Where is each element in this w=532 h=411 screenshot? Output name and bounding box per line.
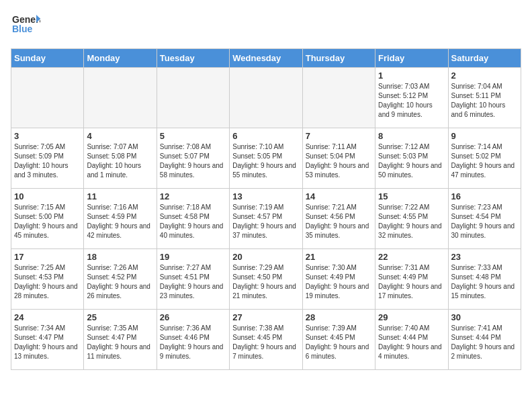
day-number: 29 (378, 312, 445, 322)
weekday-header: Sunday (11, 49, 84, 68)
calendar-cell: 14Sunrise: 7:21 AM Sunset: 4:56 PM Dayli… (302, 189, 375, 249)
day-info: Sunrise: 7:23 AM Sunset: 4:54 PM Dayligh… (451, 203, 518, 240)
day-number: 28 (306, 312, 372, 322)
weekday-header: Friday (375, 49, 448, 68)
calendar-cell: 10Sunrise: 7:15 AM Sunset: 5:00 PM Dayli… (11, 189, 84, 249)
calendar-cell (11, 68, 84, 128)
day-number: 25 (87, 312, 153, 322)
calendar-cell: 21Sunrise: 7:30 AM Sunset: 4:49 PM Dayli… (302, 249, 375, 310)
calendar-cell: 15Sunrise: 7:22 AM Sunset: 4:55 PM Dayli… (375, 189, 448, 249)
calendar-cell: 5Sunrise: 7:08 AM Sunset: 5:07 PM Daylig… (157, 128, 229, 189)
calendar-cell: 24Sunrise: 7:34 AM Sunset: 4:47 PM Dayli… (11, 310, 84, 370)
day-info: Sunrise: 7:26 AM Sunset: 4:52 PM Dayligh… (87, 263, 153, 301)
weekday-header: Saturday (448, 49, 521, 68)
day-number: 22 (378, 252, 445, 262)
calendar-cell (84, 68, 157, 128)
day-number: 9 (451, 131, 518, 141)
day-info: Sunrise: 7:34 AM Sunset: 4:47 PM Dayligh… (14, 324, 81, 361)
calendar-cell (302, 68, 375, 128)
day-info: Sunrise: 7:08 AM Sunset: 5:07 PM Dayligh… (160, 142, 226, 180)
day-number: 20 (232, 252, 299, 262)
calendar-cell: 18Sunrise: 7:26 AM Sunset: 4:52 PM Dayli… (84, 249, 157, 310)
calendar-cell: 8Sunrise: 7:12 AM Sunset: 5:03 PM Daylig… (375, 128, 448, 189)
day-info: Sunrise: 7:35 AM Sunset: 4:47 PM Dayligh… (87, 324, 153, 361)
day-number: 8 (378, 131, 445, 141)
day-number: 30 (451, 312, 518, 322)
weekday-header-row: SundayMondayTuesdayWednesdayThursdayFrid… (11, 49, 521, 68)
day-info: Sunrise: 7:11 AM Sunset: 5:04 PM Dayligh… (306, 142, 372, 180)
weekday-header: Tuesday (157, 49, 229, 68)
day-number: 2 (451, 71, 518, 81)
day-info: Sunrise: 7:10 AM Sunset: 5:05 PM Dayligh… (232, 142, 299, 180)
day-info: Sunrise: 7:39 AM Sunset: 4:45 PM Dayligh… (306, 324, 372, 361)
day-info: Sunrise: 7:19 AM Sunset: 4:57 PM Dayligh… (232, 203, 299, 240)
calendar-cell (230, 68, 302, 128)
calendar-cell: 9Sunrise: 7:14 AM Sunset: 5:02 PM Daylig… (448, 128, 521, 189)
calendar-cell (157, 68, 229, 128)
calendar-cell: 29Sunrise: 7:40 AM Sunset: 4:44 PM Dayli… (375, 310, 448, 370)
day-info: Sunrise: 7:36 AM Sunset: 4:46 PM Dayligh… (160, 324, 226, 361)
day-info: Sunrise: 7:18 AM Sunset: 4:58 PM Dayligh… (160, 203, 226, 240)
day-number: 10 (14, 191, 81, 201)
day-info: Sunrise: 7:07 AM Sunset: 5:08 PM Dayligh… (87, 142, 153, 180)
day-number: 15 (378, 191, 445, 201)
calendar-cell: 28Sunrise: 7:39 AM Sunset: 4:45 PM Dayli… (302, 310, 375, 370)
day-info: Sunrise: 7:12 AM Sunset: 5:03 PM Dayligh… (378, 142, 445, 180)
day-info: Sunrise: 7:25 AM Sunset: 4:53 PM Dayligh… (14, 263, 81, 301)
day-number: 21 (306, 252, 372, 262)
calendar-cell: 11Sunrise: 7:16 AM Sunset: 4:59 PM Dayli… (84, 189, 157, 249)
calendar-cell: 22Sunrise: 7:31 AM Sunset: 4:49 PM Dayli… (375, 249, 448, 310)
day-info: Sunrise: 7:03 AM Sunset: 5:12 PM Dayligh… (378, 82, 445, 120)
day-number: 23 (451, 252, 518, 262)
weekday-header: Monday (84, 49, 157, 68)
day-number: 6 (232, 131, 299, 141)
calendar: SundayMondayTuesdayWednesdayThursdayFrid… (11, 48, 521, 370)
logo-svg: General Blue (11, 11, 40, 40)
day-info: Sunrise: 7:29 AM Sunset: 4:50 PM Dayligh… (232, 263, 299, 301)
day-number: 11 (87, 191, 153, 201)
calendar-week-row: 1Sunrise: 7:03 AM Sunset: 5:12 PM Daylig… (11, 68, 521, 128)
day-info: Sunrise: 7:04 AM Sunset: 5:11 PM Dayligh… (451, 82, 518, 120)
day-number: 16 (451, 191, 518, 201)
calendar-cell: 27Sunrise: 7:38 AM Sunset: 4:45 PM Dayli… (230, 310, 302, 370)
day-info: Sunrise: 7:16 AM Sunset: 4:59 PM Dayligh… (87, 203, 153, 240)
calendar-cell: 4Sunrise: 7:07 AM Sunset: 5:08 PM Daylig… (84, 128, 157, 189)
day-number: 13 (232, 191, 299, 201)
day-info: Sunrise: 7:27 AM Sunset: 4:51 PM Dayligh… (160, 263, 226, 301)
day-number: 26 (160, 312, 226, 322)
calendar-week-row: 10Sunrise: 7:15 AM Sunset: 5:00 PM Dayli… (11, 189, 521, 249)
calendar-cell: 19Sunrise: 7:27 AM Sunset: 4:51 PM Dayli… (157, 249, 229, 310)
day-number: 17 (14, 252, 81, 262)
svg-text:Blue: Blue (12, 24, 33, 34)
calendar-cell: 1Sunrise: 7:03 AM Sunset: 5:12 PM Daylig… (375, 68, 448, 128)
calendar-cell: 16Sunrise: 7:23 AM Sunset: 4:54 PM Dayli… (448, 189, 521, 249)
weekday-header: Thursday (302, 49, 375, 68)
day-info: Sunrise: 7:38 AM Sunset: 4:45 PM Dayligh… (232, 324, 299, 361)
day-info: Sunrise: 7:14 AM Sunset: 5:02 PM Dayligh… (451, 142, 518, 180)
logo: General Blue (11, 11, 40, 40)
day-number: 12 (160, 191, 226, 201)
calendar-cell: 13Sunrise: 7:19 AM Sunset: 4:57 PM Dayli… (230, 189, 302, 249)
day-number: 1 (378, 71, 445, 81)
calendar-cell: 12Sunrise: 7:18 AM Sunset: 4:58 PM Dayli… (157, 189, 229, 249)
calendar-cell: 20Sunrise: 7:29 AM Sunset: 4:50 PM Dayli… (230, 249, 302, 310)
day-number: 4 (87, 131, 153, 141)
page-header: General Blue (11, 11, 521, 40)
calendar-cell: 7Sunrise: 7:11 AM Sunset: 5:04 PM Daylig… (302, 128, 375, 189)
calendar-cell: 25Sunrise: 7:35 AM Sunset: 4:47 PM Dayli… (84, 310, 157, 370)
day-info: Sunrise: 7:41 AM Sunset: 4:44 PM Dayligh… (451, 324, 518, 361)
day-info: Sunrise: 7:30 AM Sunset: 4:49 PM Dayligh… (306, 263, 372, 301)
calendar-week-row: 17Sunrise: 7:25 AM Sunset: 4:53 PM Dayli… (11, 249, 521, 310)
calendar-cell: 23Sunrise: 7:33 AM Sunset: 4:48 PM Dayli… (448, 249, 521, 310)
day-info: Sunrise: 7:40 AM Sunset: 4:44 PM Dayligh… (378, 324, 445, 361)
day-number: 18 (87, 252, 153, 262)
calendar-cell: 17Sunrise: 7:25 AM Sunset: 4:53 PM Dayli… (11, 249, 84, 310)
day-number: 19 (160, 252, 226, 262)
calendar-cell: 26Sunrise: 7:36 AM Sunset: 4:46 PM Dayli… (157, 310, 229, 370)
day-number: 5 (160, 131, 226, 141)
day-number: 7 (306, 131, 372, 141)
calendar-cell: 6Sunrise: 7:10 AM Sunset: 5:05 PM Daylig… (230, 128, 302, 189)
calendar-week-row: 24Sunrise: 7:34 AM Sunset: 4:47 PM Dayli… (11, 310, 521, 370)
day-info: Sunrise: 7:15 AM Sunset: 5:00 PM Dayligh… (14, 203, 81, 240)
day-info: Sunrise: 7:05 AM Sunset: 5:09 PM Dayligh… (14, 142, 81, 180)
